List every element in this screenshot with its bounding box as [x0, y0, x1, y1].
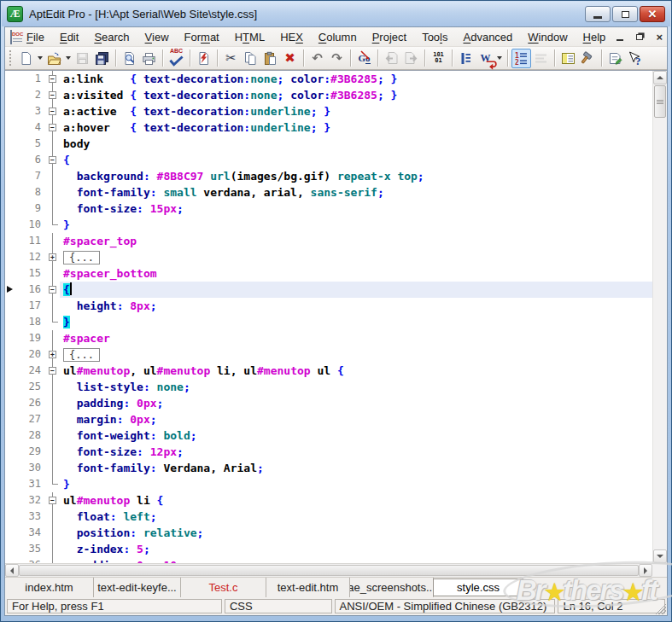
- menu-format[interactable]: Format: [177, 28, 227, 46]
- mdi-restore-button[interactable]: [633, 31, 646, 43]
- code-text[interactable]: {: [60, 152, 652, 168]
- document-icon[interactable]: DOC: [10, 30, 12, 44]
- code-text[interactable]: margin: 0px;: [60, 411, 652, 427]
- mdi-minimize-button[interactable]: [613, 31, 627, 43]
- scroll-up-button[interactable]: [653, 71, 667, 84]
- code-text[interactable]: font-family: Verdana, Arial;: [60, 460, 652, 476]
- fold-toggle-icon[interactable]: +: [46, 249, 60, 265]
- hex-view-icon[interactable]: 10101: [429, 49, 448, 68]
- fold-toggle-icon[interactable]: −: [46, 87, 60, 103]
- vertical-scroll-thumb[interactable]: [654, 85, 666, 118]
- scroll-left-button[interactable]: [5, 564, 19, 577]
- tools-icon[interactable]: [578, 49, 598, 68]
- tab-text-edit.htm[interactable]: text-edit.htm: [266, 578, 350, 597]
- redo-icon[interactable]: ↷: [327, 49, 347, 68]
- fold-toggle-icon[interactable]: −: [46, 363, 60, 379]
- menu-window[interactable]: Window: [520, 28, 575, 46]
- code-text[interactable]: list-style: none;: [60, 379, 652, 395]
- revert-file-icon[interactable]: [194, 49, 213, 68]
- code-text[interactable]: font-family: small verdana, arial, sans-…: [60, 184, 652, 201]
- undo-icon[interactable]: ↶: [307, 49, 327, 68]
- ruler-icon[interactable]: [531, 49, 551, 68]
- code-text[interactable]: {: [60, 282, 652, 298]
- menu-view[interactable]: View: [137, 28, 177, 46]
- word-wrap-icon[interactable]: W: [476, 49, 495, 68]
- next-document-icon[interactable]: [401, 49, 421, 68]
- menu-edit[interactable]: Edit: [52, 28, 86, 46]
- scroll-right-button[interactable]: [639, 564, 652, 577]
- code-text[interactable]: #spacer_top: [60, 233, 652, 249]
- vertical-scrollbar[interactable]: [652, 71, 667, 563]
- code-text[interactable]: {...: [60, 346, 652, 363]
- save-all-icon[interactable]: [92, 49, 112, 68]
- line-numbers-icon[interactable]: 12: [511, 49, 531, 68]
- paste-icon[interactable]: [260, 49, 280, 68]
- vertical-scroll-track[interactable]: [653, 119, 667, 549]
- code-text[interactable]: height: 8px;: [60, 298, 652, 314]
- close-button[interactable]: ✕: [640, 6, 665, 22]
- code-text[interactable]: z-index: 5;: [60, 541, 652, 557]
- spell-check-icon[interactable]: ABC: [167, 49, 186, 68]
- collapsed-block[interactable]: {...: [63, 348, 100, 362]
- file-panel-icon[interactable]: [558, 49, 578, 68]
- menu-column[interactable]: Column: [311, 28, 365, 46]
- code-text[interactable]: }: [60, 217, 652, 233]
- context-help-icon[interactable]: ?: [625, 49, 645, 68]
- title-bar[interactable]: Æ AptEdit Pro - [H:\Apt Serial\Web Site\…: [2, 2, 670, 26]
- code-text[interactable]: a:link { text-decoration:none; color:#3B…: [60, 71, 652, 87]
- fold-toggle-icon[interactable]: −: [46, 282, 60, 298]
- minimize-button[interactable]: [585, 6, 611, 22]
- code-text[interactable]: body: [60, 136, 652, 152]
- code-text[interactable]: a:active { text-decoration:underline; }: [60, 103, 652, 119]
- code-text[interactable]: padding: 0px;: [60, 395, 652, 411]
- mdi-close-button[interactable]: ×: [652, 31, 666, 43]
- code-text[interactable]: padding: 0px 10px;: [60, 557, 652, 563]
- open-file-dropdown[interactable]: [64, 49, 73, 68]
- fold-toggle-icon[interactable]: −: [46, 119, 60, 136]
- print-preview-icon[interactable]: [120, 49, 139, 68]
- code-text[interactable]: ul#menutop li {: [60, 492, 652, 509]
- indent-format-icon[interactable]: [456, 49, 476, 68]
- code-text[interactable]: {...: [60, 249, 652, 265]
- code-text[interactable]: font-weight: bold;: [60, 427, 652, 444]
- code-text[interactable]: a:hover { text-decoration:underline; }: [60, 119, 652, 136]
- tab-ae-screenshots...[interactable]: ae_screenshots...: [350, 578, 434, 597]
- menu-help[interactable]: Help: [576, 28, 614, 46]
- fold-toggle-icon[interactable]: −: [46, 71, 60, 87]
- code-text[interactable]: #spacer: [60, 330, 652, 346]
- code-area[interactable]: 1−a:link { text-decoration:none; color:#…: [5, 71, 652, 563]
- delete-icon[interactable]: ✖: [280, 49, 300, 68]
- previous-document-icon[interactable]: [382, 49, 401, 68]
- menu-advanced[interactable]: Advanced: [456, 28, 521, 46]
- horizontal-scroll-thumb[interactable]: [19, 565, 639, 576]
- tab-text-edit-keyfe...[interactable]: text-edit-keyfe...: [94, 578, 181, 597]
- collapsed-block[interactable]: {...: [63, 251, 100, 264]
- menu-file[interactable]: File: [19, 28, 52, 46]
- code-text[interactable]: float: left;: [60, 509, 652, 525]
- tab-index.htm[interactable]: index.htm: [5, 578, 94, 597]
- resize-grip[interactable]: [655, 603, 666, 614]
- code-text[interactable]: }: [60, 476, 652, 492]
- code-text[interactable]: ul#menutop, ul#menutop li, ul#menutop ul…: [60, 363, 652, 379]
- maximize-button[interactable]: [612, 6, 638, 22]
- new-file-icon[interactable]: [16, 49, 36, 68]
- code-text[interactable]: #spacer_bottom: [60, 265, 652, 282]
- code-text[interactable]: }: [60, 314, 652, 330]
- code-text[interactable]: background: #8B8C97 url(images/bg.gif) r…: [60, 168, 652, 184]
- properties-icon[interactable]: [605, 49, 625, 68]
- tab-style.css[interactable]: style.css: [433, 578, 523, 596]
- goto-line-icon[interactable]: Go: [354, 49, 374, 68]
- menu-hex[interactable]: HEX: [272, 28, 311, 46]
- tab-test.c[interactable]: Test.c: [181, 578, 266, 597]
- fold-toggle-icon[interactable]: −: [46, 103, 60, 119]
- horizontal-scrollbar[interactable]: [5, 563, 667, 577]
- code-text[interactable]: a:visited { text-decoration:none; color:…: [60, 87, 652, 103]
- menu-tools[interactable]: Tools: [414, 28, 455, 46]
- toolbar-grip[interactable]: [9, 49, 13, 67]
- code-editor[interactable]: 1−a:link { text-decoration:none; color:#…: [5, 70, 667, 563]
- menu-project[interactable]: Project: [365, 28, 414, 46]
- fold-toggle-icon[interactable]: −: [46, 152, 60, 168]
- print-icon[interactable]: [139, 49, 159, 68]
- fold-toggle-icon[interactable]: +: [46, 346, 60, 363]
- new-file-dropdown[interactable]: [36, 49, 44, 68]
